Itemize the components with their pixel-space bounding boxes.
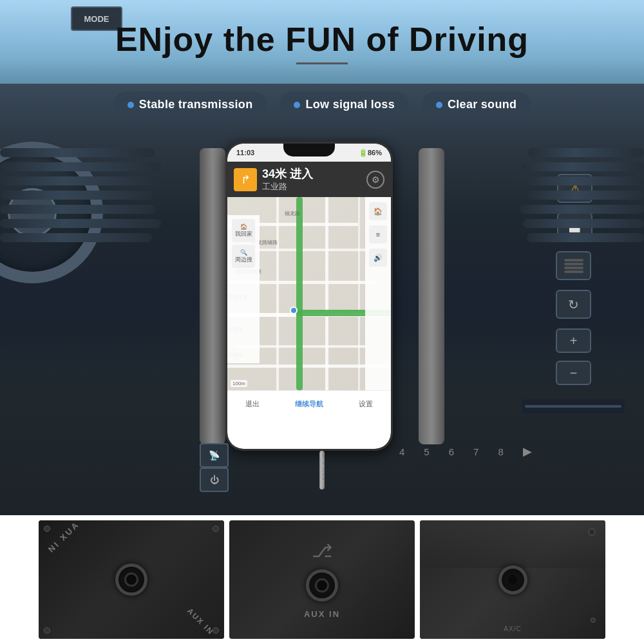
feature-label-sound: Clear sound	[448, 98, 516, 111]
minus-icon: −	[570, 366, 578, 381]
vent-strip	[0, 233, 152, 242]
thumb3-label: AX/C	[504, 625, 521, 632]
phone: 11:03 🔋86% ↱ 34米 进入 工业路 ⚙	[225, 142, 393, 451]
nav-settings-button[interactable]: ⚙	[366, 171, 384, 189]
nav-header: ↱ 34米 进入 工业路 ⚙	[227, 162, 391, 197]
vent-strip	[0, 176, 158, 185]
plus-icon: +	[570, 334, 578, 348]
screw-tr	[213, 526, 219, 532]
screw-br	[213, 627, 219, 634]
num-4: 4	[399, 446, 404, 457]
aux-label-rotated: NI XUA	[46, 520, 81, 554]
nav-continue: 继续导航	[295, 399, 323, 409]
vent-strip	[525, 176, 644, 185]
thumbnail-3: AX/C	[420, 520, 605, 639]
nav-bottom-bar: 退出 继续导航 设置	[227, 390, 391, 417]
screw-bl	[44, 627, 50, 634]
mount-arm-right	[419, 148, 444, 444]
map-icon-traffic: ≡	[369, 225, 387, 243]
feature-badge-signal: Low signal loss	[279, 91, 409, 118]
thumbnail-2: ⎇ AUX IN	[229, 520, 415, 639]
thumb2-bg: ⎇ AUX IN	[229, 520, 415, 639]
nav-exit: 退出	[245, 399, 260, 409]
vent-strip	[0, 219, 161, 228]
features-row: Stable transmission Low signal loss Clea…	[0, 84, 644, 126]
power-button[interactable]: ⏻	[200, 468, 229, 492]
vent-strip	[522, 162, 644, 171]
thumbnails-row: NI XUA AUX IN ⎇ AUX IN	[0, 515, 644, 644]
vent-strip	[528, 148, 644, 157]
zoom-out-button[interactable]: −	[556, 361, 591, 385]
aux-center-label: AUX IN	[304, 609, 340, 619]
refresh-icon: ↻	[568, 297, 579, 312]
thumbnail-1: NI XUA AUX IN	[39, 520, 224, 639]
bullet-icon	[128, 102, 134, 108]
usb-icon: ⎇	[312, 540, 332, 562]
page-container: ⚠ ⬜ ↻ + − ENjoy the FUN of Driving	[0, 0, 644, 644]
thumb3-bg: AX/C	[420, 520, 605, 639]
location-dot	[290, 307, 298, 314]
feature-label-stable: Stable transmission	[139, 98, 253, 111]
power-icon: ⏻	[210, 475, 219, 485]
road-v2	[325, 197, 328, 390]
feature-label-signal: Low signal loss	[305, 98, 395, 111]
slider-control[interactable]	[522, 399, 625, 413]
aux-label-normal: AUX IN	[185, 606, 216, 636]
aux-port-1	[115, 564, 147, 596]
map-sidebar: 🏠 ≡ 🔊	[365, 197, 391, 390]
zoom-in-button[interactable]: +	[556, 328, 591, 353]
title-area: ENjoy the FUN of Driving	[0, 0, 644, 77]
phone-time: 11:03	[236, 149, 254, 156]
feature-badge-sound: Clear sound	[422, 91, 531, 118]
nav-turn-arrow: ↱	[234, 168, 257, 191]
screw-tl	[44, 526, 50, 532]
phone-screen: 11:03 🔋86% ↱ 34米 进入 工业路 ⚙	[227, 144, 391, 449]
radio-icon: 📡	[209, 450, 220, 460]
phone-mount-area: 11:03 🔋86% ↱ 34米 进入 工业路 ⚙	[219, 129, 425, 470]
radio-button[interactable]: 📡	[200, 443, 229, 468]
thumb1-bg: NI XUA AUX IN	[39, 520, 224, 639]
num-8: 8	[498, 446, 503, 457]
right-vent-group	[515, 148, 644, 242]
map-area: 福龙路 福龙路辅路 福龙路辅路 教钱大道 民强路 民强路 🏠 ≡ 🔊 🏠我回家	[227, 197, 391, 390]
feature-badge-stable: Stable transmission	[113, 91, 267, 118]
road-v3	[358, 197, 360, 390]
route-line	[296, 197, 303, 390]
title-underline	[296, 62, 348, 64]
vent-knob[interactable]	[556, 251, 591, 280]
vent-strip	[0, 162, 161, 171]
vent-strip	[0, 148, 155, 157]
road-v1	[276, 197, 279, 390]
left-vent-group	[0, 148, 167, 242]
phone-battery: 🔋86%	[359, 149, 382, 157]
brand-label: NOVANI	[319, 459, 325, 488]
map-icon-sound: 🔊	[369, 249, 387, 267]
nav-icon-search: 🔍周边搜	[232, 245, 255, 268]
map-label-1: 福龙路	[285, 210, 300, 217]
vent-strip	[520, 205, 644, 214]
vent-strip	[527, 233, 644, 242]
channel-numbers: 4 5 6 7 8 ▶	[399, 444, 532, 459]
aux-port-3	[498, 565, 527, 594]
nav-street: 工业路	[262, 182, 313, 192]
vent-strip	[0, 205, 156, 214]
map-icon-home: 🏠	[369, 202, 387, 220]
mount-arm-left	[200, 148, 225, 444]
num-6: 6	[449, 446, 454, 457]
thumb3-top	[420, 520, 605, 568]
aux-port-2	[306, 569, 338, 601]
bullet-icon	[294, 102, 300, 108]
vent-strip	[528, 191, 644, 200]
vent-strip	[523, 219, 644, 228]
next-arrow-icon: ▶	[523, 444, 532, 459]
map-distance: 100m	[231, 380, 247, 387]
screw-detail2	[591, 618, 596, 623]
nav-info: 34米 进入 工业路	[262, 167, 313, 191]
road-h2	[243, 249, 383, 251]
nav-distance: 34米 进入	[262, 167, 313, 182]
screw-detail	[588, 528, 596, 536]
nav-settings: 设置	[359, 399, 373, 409]
refresh-button[interactable]: ↻	[556, 290, 591, 319]
bullet-icon	[436, 102, 442, 108]
vent-strip	[0, 191, 153, 200]
